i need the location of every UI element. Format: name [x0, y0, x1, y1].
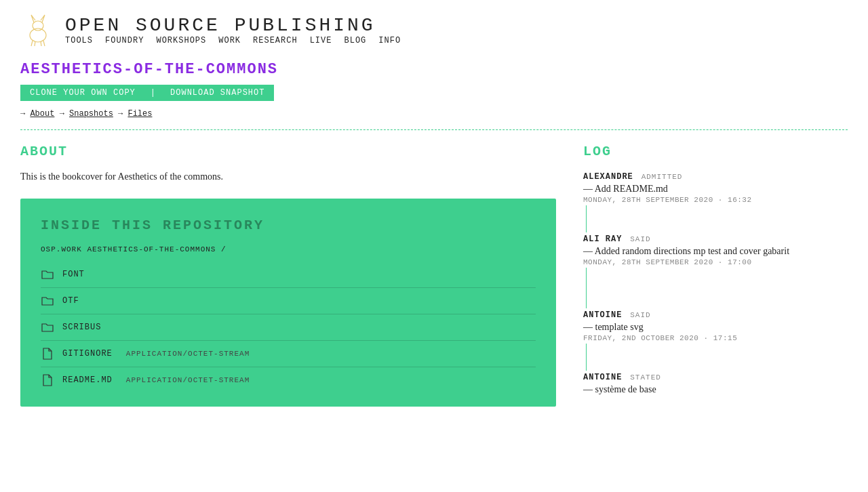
nav-info[interactable]: INFO	[378, 36, 401, 45]
folder-icon	[41, 321, 54, 334]
svg-line-2	[31, 41, 33, 46]
log-entry: ANTOINE STATED — système de base	[583, 372, 848, 395]
log-entry: ALI RAY SAID — Added random directions m…	[583, 234, 848, 266]
folder-icon	[41, 294, 54, 308]
file-name: SCRIBUS	[62, 323, 101, 332]
file-icon	[41, 373, 54, 387]
section-divider	[20, 129, 848, 130]
log-author: ANTOINE	[583, 310, 622, 320]
main-nav: TOOLS FOUNDRY WORKSHOPS WORK RESEARCH LI…	[65, 36, 401, 45]
right-col: LOG ALEXANDRE ADMITTED — Add README.md M…	[583, 144, 848, 396]
arrow3: →	[118, 109, 127, 119]
file-row[interactable]: SCRIBUS	[41, 314, 536, 341]
repo-path: OSP.WORK AESTHETICS-OF-THE-COMMONS /	[41, 245, 536, 253]
log-action: SAID	[630, 311, 650, 319]
log-connector	[586, 268, 587, 308]
file-icon	[41, 347, 54, 361]
file-mime: APPLICATION/OCTET-STREAM	[126, 350, 250, 358]
file-name: FONT	[62, 270, 85, 279]
nav-work[interactable]: WORK	[218, 36, 241, 45]
svg-line-3	[35, 41, 35, 46]
svg-line-4	[41, 41, 41, 46]
repo-box-title: INSIDE THIS REPOSITORY	[41, 218, 536, 233]
nav-foundry[interactable]: FOUNDRY	[105, 36, 144, 45]
breadcrumb-about[interactable]: About	[30, 109, 54, 119]
log-author: ALI RAY	[583, 234, 622, 244]
log-connector	[586, 205, 587, 232]
file-name: GITIGNORE	[62, 349, 113, 358]
breadcrumb-snapshots[interactable]: Snapshots	[69, 109, 113, 119]
two-col: ABOUT This is the bookcover for Aestheti…	[20, 144, 848, 407]
repo-box: INSIDE THIS REPOSITORY OSP.WORK AESTHETI…	[20, 199, 556, 407]
log-entry: ANTOINE SAID — template svg FRIDAY, 2ND …	[583, 310, 848, 342]
clone-button[interactable]: CLONE YOUR OWN COPY	[20, 85, 145, 101]
log-connector	[586, 344, 587, 371]
file-name: OTF	[62, 296, 79, 306]
arrow1: →	[20, 109, 25, 119]
log-author-line: ANTOINE STATED	[583, 372, 848, 382]
logo-area: OPEN SOURCE PUBLISHING TOOLS FOUNDRY WOR…	[20, 12, 401, 47]
page-content: AESTHETICS-OF-THE-COMMONS CLONE YOUR OWN…	[0, 54, 868, 427]
folder-icon	[41, 268, 54, 281]
log-author-line: ANTOINE SAID	[583, 310, 848, 320]
nav-research[interactable]: RESEARCH	[253, 36, 298, 45]
file-row[interactable]: GITIGNORE APPLICATION/OCTET-STREAM	[41, 341, 536, 367]
log-author: ANTOINE	[583, 373, 622, 382]
log-author: ALEXANDRE	[583, 172, 633, 182]
nav-workshops[interactable]: WORKSHOPS	[156, 36, 206, 45]
log-message: — Added random directions mp test and co…	[583, 246, 848, 257]
left-col: ABOUT This is the bookcover for Aestheti…	[20, 144, 556, 407]
log-date: MONDAY, 28TH SEPTEMBER 2020 · 17:00	[583, 258, 848, 266]
file-row[interactable]: FONT	[41, 262, 536, 288]
about-heading: ABOUT	[20, 144, 556, 159]
log-author-line: ALEXANDRE ADMITTED	[583, 171, 848, 182]
logo-icon	[20, 12, 56, 47]
log-date: MONDAY, 28TH SEPTEMBER 2020 · 16:32	[583, 196, 848, 204]
nav-live[interactable]: LIVE	[310, 36, 332, 45]
download-snapshot-button[interactable]: DOWNLOAD SNAPSHOT	[161, 85, 274, 101]
breadcrumb: → About → Snapshots → Files	[20, 109, 848, 119]
breadcrumb-files[interactable]: Files	[127, 109, 152, 119]
log-message: — système de base	[583, 384, 848, 395]
nav-blog[interactable]: BLOG	[344, 36, 366, 45]
nav-tools[interactable]: TOOLS	[65, 36, 93, 45]
file-mime: APPLICATION/OCTET-STREAM	[126, 376, 250, 384]
log-author-line: ALI RAY SAID	[583, 234, 848, 244]
log-action: SAID	[630, 235, 650, 243]
action-buttons: CLONE YOUR OWN COPY | DOWNLOAD SNAPSHOT	[20, 85, 848, 101]
log-message: — Add README.md	[583, 184, 848, 194]
header: OPEN SOURCE PUBLISHING TOOLS FOUNDRY WOR…	[0, 0, 868, 54]
file-row[interactable]: README.MD APPLICATION/OCTET-STREAM	[41, 367, 536, 393]
log-heading: LOG	[583, 144, 848, 159]
site-title: OPEN SOURCE PUBLISHING	[65, 15, 401, 36]
button-divider: |	[145, 85, 161, 101]
log-action: ADMITTED	[642, 173, 683, 181]
about-text: This is the bookcover for Aesthetics of …	[20, 171, 556, 182]
log-message: — template svg	[583, 322, 848, 333]
file-row[interactable]: OTF	[41, 288, 536, 314]
file-name: README.MD	[62, 375, 113, 385]
log-entry: ALEXANDRE ADMITTED — Add README.md MONDA…	[583, 171, 848, 204]
svg-line-5	[43, 41, 45, 46]
svg-point-1	[33, 21, 43, 30]
log-action: STATED	[630, 373, 661, 382]
project-title: AESTHETICS-OF-THE-COMMONS	[20, 61, 848, 78]
arrow2: →	[60, 109, 69, 119]
file-list: FONT OTF	[41, 262, 536, 393]
log-date: FRIDAY, 2ND OCTOBER 2020 · 17:15	[583, 334, 848, 342]
